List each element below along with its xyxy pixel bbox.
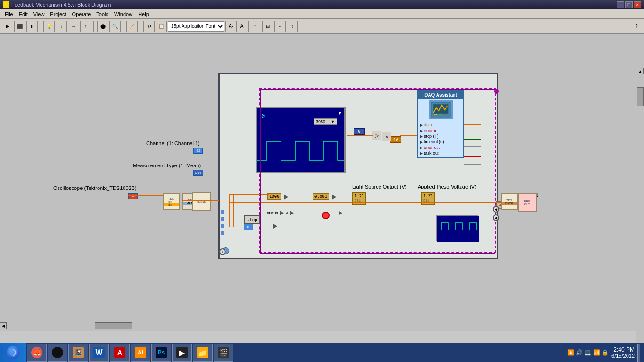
distribute-btn[interactable]: ⊟ [262, 21, 273, 32]
taskbar-item-explorer[interactable]: 📁 [193, 344, 213, 362]
menu-view[interactable]: View [31, 11, 48, 17]
waveform-dropdown-arrow[interactable]: ▼ [338, 110, 342, 115]
run-button[interactable]: ▶ [2, 21, 13, 32]
menu-bar: File Edit View Project Operate Tools Win… [0, 9, 644, 19]
resize-btn[interactable]: ↔ [274, 21, 286, 32]
tf-terminal: TF [244, 224, 253, 230]
orange-wire-2 [229, 194, 269, 195]
daq-arrow-right4 [464, 146, 481, 147]
status-label: status [267, 211, 278, 215]
daq-port-error-in: ▶ error in [420, 128, 462, 133]
app-icon: ⚡ [3, 1, 9, 8]
const-1000: 1000 [267, 193, 281, 200]
horizontal-scrollbar[interactable]: ◀ ▶ [0, 322, 644, 329]
word-icon: W [93, 347, 105, 358]
minimize-button[interactable]: _ [617, 1, 624, 8]
purple-wire-right [495, 89, 495, 253]
step-over-button[interactable]: → [68, 21, 79, 32]
clock-time: 2:40 PM [611, 346, 635, 353]
menu-operate[interactable]: Operate [69, 11, 94, 17]
taskbar-item-illustrator[interactable]: Ai [131, 344, 150, 362]
vertical-scrollbar[interactable]: ▲ ▼ [636, 68, 644, 348]
daq-assistant-block[interactable]: DAQ Assistant ▶ data ▶ error [417, 90, 464, 158]
probe-button[interactable]: 🔍 [109, 21, 121, 32]
daq-port-task-out: ▶ task out [420, 150, 462, 156]
media-icon: 🎬 [218, 347, 229, 358]
font-selector[interactable]: 15pt Application Font [168, 21, 224, 32]
daq-arrow-right [464, 124, 481, 125]
bottom-waveform-box[interactable] [436, 215, 478, 241]
scroll-left-arrow[interactable]: ◀ [0, 322, 7, 329]
photoshop-icon: Ps [156, 347, 167, 358]
maximize-button[interactable]: □ [625, 1, 633, 8]
daq-port-stop: ▶ stop (T) [420, 133, 462, 139]
daq-icon [429, 100, 453, 119]
taskbar-item-itunes[interactable]: ♪ [48, 344, 67, 362]
menu-help[interactable]: Help [135, 11, 152, 17]
channel-terminal: I32 [193, 148, 203, 154]
const-0: 0 [354, 128, 365, 135]
extra-btn1[interactable]: ⚙ [143, 21, 155, 32]
start-button[interactable] [0, 343, 26, 362]
tds-close-block: TDS CLOSE [501, 193, 518, 210]
svg-rect-3 [439, 114, 442, 115]
menu-edit[interactable]: Edit [16, 11, 31, 17]
show-desktop-button[interactable] [637, 344, 640, 362]
measurement-terminal: U16 [193, 170, 203, 176]
help-button[interactable]: ? [631, 21, 642, 32]
taskbar-item-word[interactable]: W [89, 344, 109, 362]
svg-rect-2 [434, 114, 437, 115]
wire-wf-daq-h2 [400, 135, 419, 136]
connector-sq4 [221, 231, 224, 235]
menu-file[interactable]: File [2, 11, 16, 17]
close-button[interactable]: ✕ [634, 1, 641, 8]
taskbar-item-video[interactable]: ▶ [172, 344, 192, 362]
step-into-button[interactable]: ↓ [56, 21, 67, 32]
scroll-thumb-vertical[interactable] [637, 87, 644, 106]
purple-wire-left [260, 89, 261, 253]
menu-window[interactable]: Window [111, 11, 135, 17]
step-out-button[interactable]: ↑ [80, 21, 91, 32]
main-canvas: Channel (1: Channel 1) I32 Measurement T… [0, 34, 644, 348]
oscilloscope-label: Oscilloscope (Tektronix_TDS1002B) [53, 185, 137, 191]
waveform-display[interactable]: 0 ▼ [256, 107, 346, 173]
daq-arrow-right3 [464, 139, 481, 140]
const-40: 40 [390, 136, 401, 143]
clean-button[interactable]: 🧹 [126, 21, 138, 32]
stop-button[interactable]: stop [244, 215, 260, 224]
tds-init-block: TDSINIT INIT [163, 193, 180, 210]
arrow-v [290, 211, 294, 215]
loop-counter-bottom: ◀ [493, 214, 499, 221]
pause-button[interactable]: ⏸ [26, 21, 38, 32]
wire-scope-h2 [182, 200, 219, 201]
taskbar-item-notebook[interactable]: 📓 [68, 344, 88, 362]
menu-project[interactable]: Project [47, 11, 69, 17]
align-btn[interactable]: ≡ [250, 21, 261, 32]
daq-arrow-right5 [464, 156, 481, 157]
small-arrow-1 [339, 211, 342, 215]
notebook-icon: 📓 [73, 347, 84, 358]
diagram-area[interactable]: Channel (1: Channel 1) I32 Measurement T… [0, 34, 644, 331]
extra-btn2[interactable]: 📋 [156, 21, 167, 32]
tds-main-block: TDS1K [192, 192, 211, 211]
scroll-up-arrow[interactable]: ▲ [637, 68, 644, 74]
arrow-status [280, 211, 284, 215]
taskbar-item-firefox[interactable]: 🦊 [27, 344, 47, 362]
start-orb [7, 346, 20, 359]
taskbar-item-media[interactable]: 🎬 [214, 344, 233, 362]
light-source-label: Light Source Output (V) [352, 184, 407, 189]
abort-button[interactable]: ⬛ [14, 21, 25, 32]
taskbar-item-acrobat[interactable]: A [110, 344, 130, 362]
reorder-btn[interactable]: ↕ [287, 21, 298, 32]
scroll-thumb-horizontal[interactable] [95, 322, 132, 329]
font-size-dec[interactable]: A- [225, 21, 237, 32]
breakpoint-button[interactable]: ⬤ [97, 21, 108, 32]
waveform-dropdown[interactable]: 3950... ▼ [314, 118, 337, 125]
clock: 2:40 PM 6/15/2012 [611, 346, 635, 359]
loop-counter-right: ◀ [493, 206, 499, 213]
menu-tools[interactable]: Tools [93, 11, 111, 17]
font-size-inc[interactable]: A+ [238, 21, 249, 32]
window-title: Feedback Mechanism 4.5.vi Block Diagram [11, 2, 617, 8]
highlight-button[interactable]: 💡 [43, 21, 55, 32]
taskbar-item-photoshop[interactable]: Ps [151, 344, 171, 362]
